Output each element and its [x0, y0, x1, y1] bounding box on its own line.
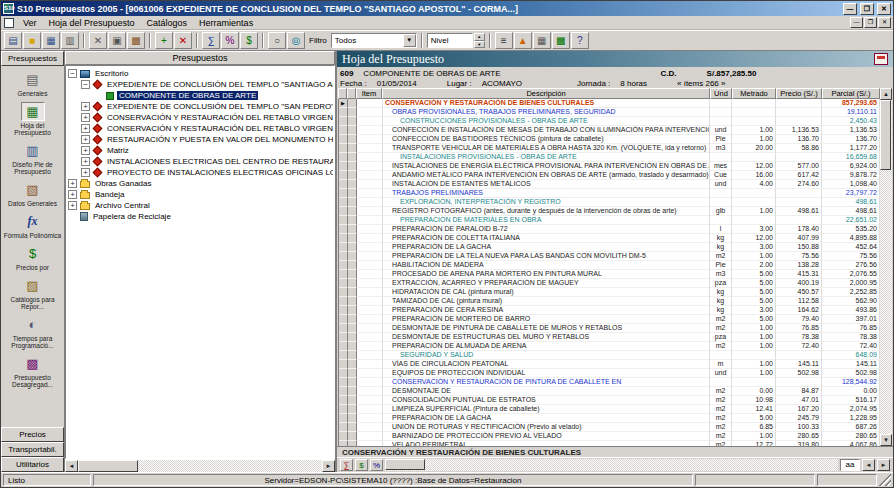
rail-item-diseno-pie-de-presupuesto[interactable]: ▥Diseño Pie de Presupuesto	[1, 139, 64, 178]
rail-item-hoja-del-presupuesto[interactable]: ▦Hoja del Presupuesto	[1, 100, 64, 139]
table-row[interactable]: VÍAS DE CIRCULACIÓN PEATONALm1.00145.111…	[339, 360, 880, 369]
sheet-horizontal-scrollbar[interactable]	[385, 459, 838, 471]
tree-item[interactable]: −EXPEDIENTE DE CONCLUSIÓN DEL TEMPLO "SA…	[67, 79, 333, 90]
table-row[interactable]: DESMONTAJE DEm20.0084.870.00	[339, 387, 880, 396]
tree-expander-icon[interactable]: +	[81, 168, 90, 177]
percent-button[interactable]: %	[370, 459, 383, 471]
table-row[interactable]: EXTRACCIÓN, ACARREO Y PREPARACIÓN DE MAG…	[339, 279, 880, 288]
col-und[interactable]: Und	[710, 88, 732, 99]
table-row[interactable]: CONSERVACIÓN Y RESTAURACIÓN DE PINTURA D…	[339, 378, 880, 387]
tree-item[interactable]: −Escritorio	[67, 68, 333, 79]
table-row[interactable]: INSTALACIONES DE ENERGÍA ELÉCTRICA PROVI…	[339, 162, 880, 171]
scroll-left-icon[interactable]: ◄	[65, 460, 78, 472]
table-row[interactable]: INSTALACIONES PROVISIONALES - OBRAS DE A…	[339, 153, 880, 162]
table-row[interactable]: BARNIZADO DE PROTECCIÓN PREVIO AL VELADO…	[339, 432, 880, 441]
maximize-button[interactable]: ❐	[860, 3, 874, 15]
menu-item-herramientas[interactable]: Herramientas	[193, 17, 259, 29]
table-row[interactable]: PREPARACIÓN DE MORTERO DE BARROm25.0079.…	[339, 315, 880, 324]
table-row[interactable]: PREPARACIÓN DE LA TELA NUEVA PARA LAS BA…	[339, 252, 880, 261]
scroll-down-icon[interactable]: ▼	[880, 434, 892, 446]
table-row[interactable]: PREPARACIÓN DE LA GACHAkg3.00150.88452.6…	[339, 243, 880, 252]
col-parcial[interactable]: Parcial (S/.)	[822, 88, 880, 99]
scroll-left-icon[interactable]: ◄	[862, 459, 875, 471]
tree-item[interactable]: +Bandeja	[67, 189, 333, 200]
scroll-thumb[interactable]	[78, 460, 138, 472]
zoom-text-button[interactable]: aa	[840, 459, 860, 471]
table-row[interactable]: ▶CONSERVACIÓN Y RESTAURACIÓN DE BIENES C…	[339, 99, 880, 108]
chart-button[interactable]: ▲	[514, 32, 532, 49]
table-row[interactable]: CONFECCIÓN DE BASTIDORES TÉCNICOS (pintu…	[339, 135, 880, 144]
table-row[interactable]: EQUIPOS DE PROTECCIÓN INDIVIDUALund1.005…	[339, 369, 880, 378]
close-button[interactable]: ✕	[877, 3, 891, 15]
table-row[interactable]: PREPARACIÓN DE MATERIALES EN OBRA22,651.…	[339, 216, 880, 225]
tree-item[interactable]: Papelera de Reciclaje	[67, 211, 333, 222]
scroll-right-icon[interactable]: ►	[877, 459, 890, 471]
tree-expander-icon[interactable]: +	[81, 124, 90, 133]
table-row[interactable]: TRANSPORTE VEHICULAR DE MATERIALES A OBR…	[339, 144, 880, 153]
table-row[interactable]: HABILITACIÓN DE MADERAPie2.00138.28276.5…	[339, 261, 880, 270]
scroll-thumb[interactable]	[880, 100, 891, 170]
export-button[interactable]: ▩	[552, 32, 570, 49]
money-button[interactable]: $	[355, 459, 368, 471]
table-row[interactable]: OBRAS PROVISIONALES, TRABAJOS PRELIMINAR…	[339, 108, 880, 117]
rail-group-utilitarios[interactable]: Utilitarios	[1, 457, 64, 472]
tree-item[interactable]: +PROYECTO DE INSTALACIONES ELECTRICAS OF…	[67, 167, 333, 178]
table-row[interactable]: PREPARACIÓN DE PARALOID B-72l3.00178.405…	[339, 225, 880, 234]
delete-row-button[interactable]: ✕	[174, 32, 192, 49]
insert-row-button[interactable]: +	[155, 32, 173, 49]
tree-item[interactable]: +INSTALACIONES ELECTRICAS DEL CENTRO DE …	[67, 156, 333, 167]
scroll-thumb[interactable]	[385, 459, 425, 470]
tree-expander-icon[interactable]: +	[81, 135, 90, 144]
rail-item-precios-por[interactable]: $Precios por	[1, 242, 64, 274]
print-button[interactable]: ▥	[61, 32, 79, 49]
tree-item[interactable]: +EXPEDIENTE DE CONCLUSIÓN DEL TEMPLO "SA…	[67, 101, 333, 112]
table-row[interactable]: ANDAMIO METÁLICO PARA INTERVENCIÓN EN OB…	[339, 171, 880, 180]
table-row[interactable]: LIMPIEZA SUPERFICIAL (Pintura de caballe…	[339, 405, 880, 414]
paste-button[interactable]: ▩	[127, 32, 145, 49]
table-row[interactable]: CONSOLIDACIÓN PUNTUAL DE ESTRATOSm210.98…	[339, 396, 880, 405]
sum-button[interactable]: ∑	[202, 32, 220, 49]
copy-button[interactable]: ▣	[108, 32, 126, 49]
rail-item-presupuesto-desagregado[interactable]: ▩Presupuesto Desagregad...	[1, 352, 64, 391]
rail-group-transportabil[interactable]: Transportabil.	[1, 442, 64, 457]
rail-item-datos-generales[interactable]: ▧Datos Generales	[1, 178, 64, 210]
tree-item[interactable]: +RESTAURACIÓN Y PUESTA EN VALOR DEL MONU…	[67, 134, 333, 145]
child-close-button[interactable]: ✕	[878, 17, 891, 28]
table-row[interactable]: UNIÓN DE ROTURAS Y RECTIFICACIÓN (Previo…	[339, 423, 880, 432]
tree-item[interactable]: +Archivo Central	[67, 200, 333, 211]
sum-button[interactable]: ∑	[340, 459, 353, 471]
rail-item-generales[interactable]: ▤Generales	[1, 68, 64, 100]
nivel-combo[interactable]: Nivel	[427, 33, 473, 48]
child-restore-button[interactable]: ❐	[864, 17, 877, 28]
rail-group-presupuestos[interactable]: Presupuestos	[1, 51, 64, 66]
search-button[interactable]: ○	[268, 32, 286, 49]
table-row[interactable]: SEGURIDAD Y SALUD648.09	[339, 351, 880, 360]
table-row[interactable]: HIDRATACIÓN DE CAL (pintura mural)kg5.00…	[339, 288, 880, 297]
help-button[interactable]: ?	[571, 32, 589, 49]
scroll-up-icon[interactable]: ▲	[880, 88, 892, 100]
table-row[interactable]: DESMONTAJE DE ESTRUCTURAS DEL MURO Y RET…	[339, 333, 880, 342]
table-row[interactable]: PREPARACIÓN DE LA GACHAm25.00245.791,228…	[339, 414, 880, 423]
col-metrado[interactable]: Metrado	[732, 88, 776, 99]
tree-expander-icon[interactable]: +	[68, 190, 77, 199]
table-row[interactable]: PREPARACIÓN DE CERA RESINAkg3.00164.6249…	[339, 306, 880, 315]
table-row[interactable]: CONSTRUCCIONES PROVISIONALES - OBRAS DE …	[339, 117, 880, 126]
rail-group-precios[interactable]: Precios	[1, 427, 64, 442]
table-row[interactable]: TRABAJOS PRELIMINARES23,797.72	[339, 189, 880, 198]
report-button[interactable]: ▦	[533, 32, 551, 49]
sheet-report-icon[interactable]	[874, 53, 888, 65]
tree-item[interactable]: +CONSERVACIÓN Y RESTAURACIÓN DEL RETABLO…	[67, 123, 333, 134]
table-row[interactable]: EXPLORACIÓN, INTERPRETACIÓN Y REGISTRO49…	[339, 198, 880, 207]
menu-item-catálogos[interactable]: Catálogos	[141, 17, 194, 29]
grid-vertical-scrollbar[interactable]: ▲ ▼	[880, 88, 892, 446]
tree-item[interactable]: +Matriz	[67, 145, 333, 156]
tree-expander-icon[interactable]: −	[81, 80, 90, 89]
scroll-track[interactable]	[78, 460, 322, 472]
minimize-button[interactable]: —	[843, 3, 857, 15]
tree-item[interactable]: +CONSERVACIÓN Y RESTAURACIÓN DEL RETABLO…	[67, 112, 333, 123]
chevron-down-icon[interactable]: ▼	[403, 34, 416, 47]
tree-horizontal-scrollbar[interactable]: ◄ ►	[65, 459, 335, 472]
menu-item-hoja-del-presupuesto[interactable]: Hoja del Presupuesto	[43, 17, 141, 29]
levels-button[interactable]: ≡	[495, 32, 513, 49]
col-descripcion[interactable]: Descripción	[382, 88, 710, 99]
